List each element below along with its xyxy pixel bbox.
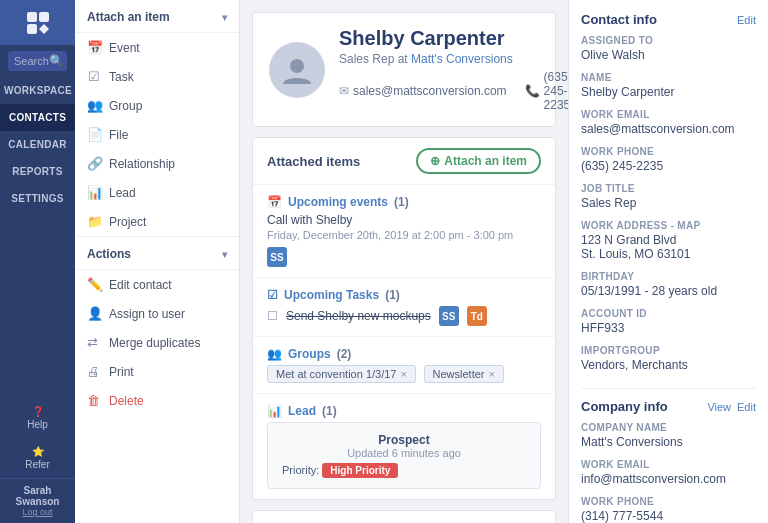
sidebar-user-name: Sarah Swanson — [4, 485, 71, 507]
attach-lead-item[interactable]: 📊 Lead — [75, 178, 239, 207]
merge-label: Merge duplicates — [109, 336, 200, 350]
contact-info-edit-link[interactable]: Edit — [737, 14, 756, 26]
right-divider — [581, 388, 756, 389]
sidebar-item-contacts[interactable]: CONTACTS — [0, 104, 75, 131]
attached-items-card: Attached items ⊕ Attach an item 📅 Upcomi… — [252, 137, 556, 500]
attach-relationship-item[interactable]: 🔗 Relationship — [75, 149, 239, 178]
assign-user-action[interactable]: 👤 Assign to user — [75, 299, 239, 328]
refer-button[interactable]: ⭐ Refer — [0, 438, 75, 478]
groups-label: Groups — [288, 347, 331, 361]
attached-items-title: Attached items — [267, 154, 360, 169]
attach-file-label: File — [109, 128, 128, 142]
task-row: ☐ Send Shelby new mockups SS Td — [267, 306, 541, 326]
relationship-icon: 🔗 — [87, 156, 101, 171]
sidebar-item-workspace[interactable]: WORKSPACE — [0, 77, 75, 104]
field-company-phone: Work Phone (314) 777-5544 — [581, 496, 756, 523]
logout-link[interactable]: Log out — [4, 507, 71, 517]
sidebar-logo[interactable] — [0, 0, 75, 45]
account-id-label: Account ID — [581, 308, 756, 319]
actions-section-header[interactable]: Actions ▾ — [75, 237, 239, 270]
delete-action[interactable]: 🗑 Delete — [75, 386, 239, 415]
upcoming-tasks-count: (1) — [385, 288, 400, 302]
work-phone-label: Work Phone — [581, 146, 756, 157]
field-work-phone: Work Phone (635) 245-2235 — [581, 146, 756, 173]
attach-section-title: Attach an item — [87, 10, 170, 24]
help-icon: ❓ — [32, 406, 44, 417]
attach-chevron-icon: ▾ — [222, 12, 227, 23]
field-assigned-to: Assigned to Olive Walsh — [581, 35, 756, 62]
right-panel: Contact info Edit Assigned to Olive Wals… — [568, 0, 768, 523]
actions-section-title: Actions — [87, 247, 131, 261]
attach-file-item[interactable]: 📄 File — [75, 120, 239, 149]
company-edit-link[interactable]: Edit — [737, 401, 756, 413]
attach-section-header[interactable]: Attach an item ▾ — [75, 0, 239, 33]
attach-task-label: Task — [109, 70, 134, 84]
lead-small-icon: 📊 — [267, 404, 282, 418]
lead-priority-badge: High Priority — [322, 463, 398, 478]
field-work-email: Work Email sales@mattsconversion.com — [581, 109, 756, 136]
lead-icon: 📊 — [87, 185, 101, 200]
company-name-value: Matt's Conversions — [581, 435, 756, 449]
sidebar: Search 🔍 WORKSPACE CONTACTS CALENDAR REP… — [0, 0, 75, 523]
attach-event-item[interactable]: 📅 Event — [75, 33, 239, 62]
contact-info-section: Contact info Edit Assigned to Olive Wals… — [581, 12, 756, 372]
print-icon: 🖨 — [87, 364, 101, 379]
refer-icon: ⭐ — [32, 446, 44, 457]
sidebar-item-calendar[interactable]: CALENDAR — [0, 131, 75, 158]
assign-user-label: Assign to user — [109, 307, 185, 321]
lead-header: 📊 Lead (1) — [267, 404, 541, 418]
edit-contact-action[interactable]: ✏️ Edit contact — [75, 270, 239, 299]
group-tag-0-remove[interactable]: × — [400, 368, 406, 380]
contact-email-item: ✉ sales@mattsconversion.com — [339, 70, 507, 112]
sidebar-search-area: Search 🔍 — [0, 45, 75, 77]
group-tag-0-text: Met at convention 1/3/17 — [276, 368, 396, 380]
merge-duplicates-action[interactable]: ⇄ Merge duplicates — [75, 328, 239, 357]
assigned-to-label: Assigned to — [581, 35, 756, 46]
field-work-address: Work Address - map 123 N Grand Blvd St. … — [581, 220, 756, 261]
group-tag-1-text: Newsletter — [433, 368, 485, 380]
group-icon: 👥 — [87, 98, 101, 113]
task-checkbox-icon: ☐ — [267, 309, 278, 323]
group-tag-0: Met at convention 1/3/17 × — [267, 365, 416, 383]
upcoming-events-header: 📅 Upcoming events (1) — [267, 195, 541, 209]
attach-group-item[interactable]: 👥 Group — [75, 91, 239, 120]
import-group-label: ImportGroup — [581, 345, 756, 356]
company-view-link[interactable]: View — [707, 401, 731, 413]
attach-group-label: Group — [109, 99, 142, 113]
sidebar-user: Sarah Swanson Log out — [0, 478, 75, 523]
job-title-label: Job Title — [581, 183, 756, 194]
groups-small-icon: 👥 — [267, 347, 282, 361]
upcoming-events-count: (1) — [394, 195, 409, 209]
attach-relationship-label: Relationship — [109, 157, 175, 171]
upcoming-tasks-section: ☑ Upcoming Tasks (1) ☐ Send Shelby new m… — [253, 278, 555, 337]
delete-icon: 🗑 — [87, 393, 101, 408]
lead-priority-row: Priority: High Priority — [282, 463, 526, 478]
phone-icon: 📞 — [525, 84, 540, 98]
company-info-header: Company info View Edit — [581, 399, 756, 414]
email-icon: ✉ — [339, 84, 349, 98]
sidebar-nav: WORKSPACE CONTACTS CALENDAR REPORTS SETT… — [0, 77, 75, 212]
project-icon: 📁 — [87, 214, 101, 229]
assign-icon: 👤 — [87, 306, 101, 321]
svg-rect-0 — [27, 12, 37, 22]
help-button[interactable]: ❓ Help — [0, 398, 75, 438]
attach-item-button[interactable]: ⊕ Attach an item — [416, 148, 541, 174]
contact-meta: ✉ sales@mattsconversion.com 📞 (635) 245-… — [339, 70, 568, 112]
sidebar-item-reports[interactable]: REPORTS — [0, 158, 75, 185]
job-title-value: Sales Rep — [581, 196, 756, 210]
attach-project-item[interactable]: 📁 Project — [75, 207, 239, 236]
attach-task-item[interactable]: ☑ Task — [75, 62, 239, 91]
field-job-title: Job Title Sales Rep — [581, 183, 756, 210]
company-link[interactable]: Matt's Conversions — [411, 52, 513, 66]
search-button[interactable]: Search 🔍 — [8, 51, 67, 71]
group-tag-1-remove[interactable]: × — [489, 368, 495, 380]
contact-info-header: Contact info Edit — [581, 12, 756, 27]
print-action[interactable]: 🖨 Print — [75, 357, 239, 386]
attach-project-label: Project — [109, 215, 146, 229]
event-date: Friday, December 20th, 2019 at 2:00 pm -… — [267, 229, 541, 241]
event-badges: SS — [267, 247, 541, 267]
sidebar-item-settings[interactable]: SETTINGS — [0, 185, 75, 212]
svg-rect-1 — [39, 12, 49, 22]
import-group-value: Vendors, Merchants — [581, 358, 756, 372]
company-info-section: Company info View Edit Company Name Matt… — [581, 399, 756, 523]
